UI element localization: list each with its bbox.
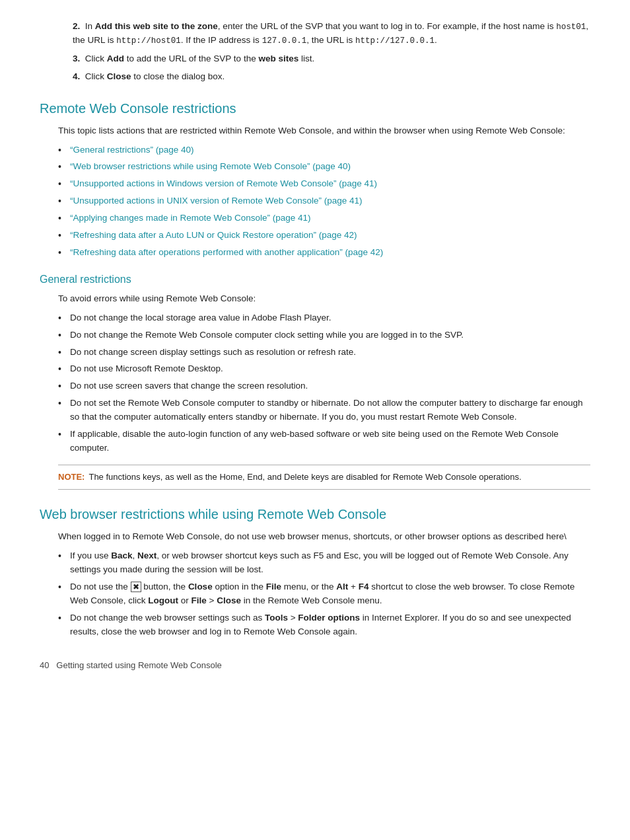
list-item: “Refreshing data after a Auto LUN or Qui… xyxy=(58,229,590,243)
list-item: Do not set the Remote Web Console comput… xyxy=(58,397,590,424)
section3-intro: When logged in to Remote Web Console, do… xyxy=(58,530,590,544)
remote-web-console-restrictions-section: Remote Web Console restrictions This top… xyxy=(40,98,590,260)
list-item: Do not change the local storage area val… xyxy=(58,311,590,325)
note-label: NOTE: xyxy=(58,472,85,482)
page-footer: 40 Getting started using Remote Web Cons… xyxy=(40,659,590,672)
section2-heading: General restrictions xyxy=(40,272,590,288)
section1-intro: This topic lists actions that are restri… xyxy=(58,124,590,138)
list-item: “Unsupported actions in UNIX version of … xyxy=(58,194,590,208)
section3-bullets-list: If you use Back, Next, or web browser sh… xyxy=(58,549,590,639)
list-item: If you use Back, Next, or web browser sh… xyxy=(58,549,590,577)
note-box: NOTE:The functions keys, as well as the … xyxy=(58,465,590,490)
list-item: “Unsupported actions in Windows version … xyxy=(58,177,590,191)
list-item: Do not use Microsoft Remote Desktop. xyxy=(58,362,590,376)
note-text: The functions keys, as well as the Home,… xyxy=(88,472,521,482)
section2-bullets-list: Do not change the local storage area val… xyxy=(58,311,590,455)
list-item: “Web browser restrictions while using Re… xyxy=(58,160,590,174)
list-item: Do not change the Remote Web Console com… xyxy=(58,328,590,342)
list-item: “Applying changes made in Remote Web Con… xyxy=(58,211,590,225)
footer-text: Getting started using Remote Web Console xyxy=(56,660,222,670)
x-button-icon: ✖ xyxy=(131,582,141,592)
list-item: Do not change screen display settings su… xyxy=(58,346,590,360)
section1-links-list: “General restrictions” (page 40) “Web br… xyxy=(58,143,590,260)
list-item: Do not change the web browser settings s… xyxy=(58,611,590,639)
intro-item-3: 3. Click Add to add the URL of the SVP t… xyxy=(73,52,590,66)
section3-heading: Web browser restrictions while using Rem… xyxy=(40,504,590,525)
intro-section: 2. In Add this web site to the zone, ent… xyxy=(40,20,590,84)
list-item: If applicable, disable the auto-login fu… xyxy=(58,428,590,455)
list-item: Do not use screen savers that change the… xyxy=(58,379,590,393)
list-item: Do not use the ✖ button, the Close optio… xyxy=(58,580,590,608)
list-item: “Refreshing data after operations perfor… xyxy=(58,246,590,260)
section1-heading: Remote Web Console restrictions xyxy=(40,98,590,119)
intro-item-2: 2. In Add this web site to the zone, ent… xyxy=(73,20,590,48)
list-item: “General restrictions” (page 40) xyxy=(58,143,590,157)
web-browser-restrictions-section: Web browser restrictions while using Rem… xyxy=(40,504,590,638)
general-restrictions-section: General restrictions To avoid errors whi… xyxy=(40,272,590,490)
intro-item-4: 4. Click Close to close the dialog box. xyxy=(73,70,590,84)
page-number: 40 xyxy=(40,660,49,670)
intro-list: 2. In Add this web site to the zone, ent… xyxy=(53,20,590,84)
section2-intro: To avoid errors while using Remote Web C… xyxy=(58,292,590,306)
